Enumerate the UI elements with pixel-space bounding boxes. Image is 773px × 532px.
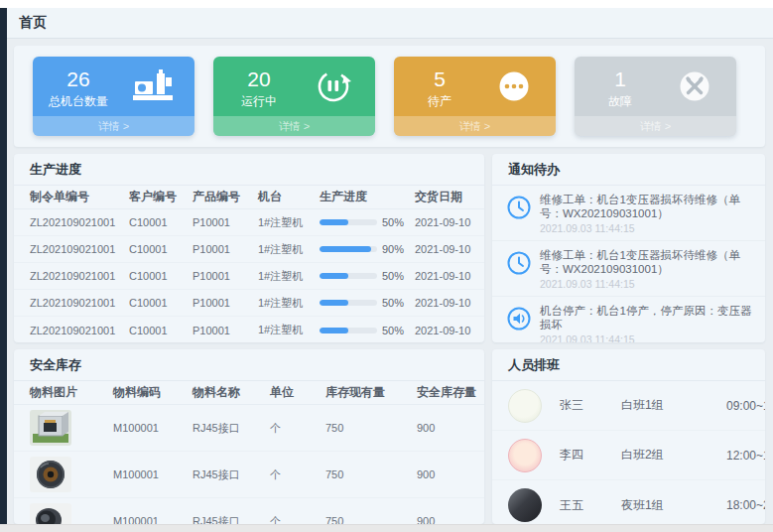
round-connector-photo (30, 457, 71, 492)
delivery-date: 2021-09-10 (415, 325, 476, 336)
detail-link[interactable]: 详情 > (213, 116, 375, 136)
tools-icon (666, 67, 722, 105)
progress-percent: 50% (382, 325, 404, 336)
stat-card-running[interactable]: 20 运行中 详情 > (213, 57, 375, 136)
staff-shift: 白班2组 (621, 447, 712, 464)
list-item[interactable]: 张三 白班1组 09:00~12:00 (492, 381, 765, 431)
col-header: 交货日期 (415, 189, 476, 205)
progress-percent: 50% (382, 297, 404, 309)
delivery-date: 2021-09-10 (415, 270, 476, 282)
list-item[interactable]: 王五 夜班1组 18:00~24:00 (492, 480, 765, 524)
progress-percent: 50% (382, 216, 404, 228)
rj45-connector-photo (30, 410, 71, 446)
list-item[interactable]: 机台停产：机台1停产，停产原因：变压器损坏 2021.09.03 11:44:1… (492, 297, 765, 342)
notice-text: 维修工单：机台1变压器损坏待维修（单号：WX202109031001） (540, 193, 753, 220)
table-row[interactable]: ZL202109021001 C10001 P10001 1#注塑机 50% 2… (14, 290, 484, 317)
detail-link[interactable]: 详情 > (394, 116, 556, 136)
notice-time: 2021.09.03 11:44:15 (540, 333, 753, 342)
delivery-date: 2021-09-10 (415, 297, 476, 309)
machine-name: 1#注塑机 (258, 242, 320, 257)
table-row[interactable]: M100001 RJ45接口 个 750 900 (14, 452, 484, 498)
stat-card-fault[interactable]: 1 故障 详情 > (575, 57, 736, 136)
col-header: 机台 (258, 189, 320, 205)
machine-name: 1#注塑机 (258, 323, 320, 337)
stat-value: 20 (213, 67, 305, 91)
table-row[interactable]: M100001 RJ45接口 个 750 900 (14, 498, 484, 524)
speaker-photo (30, 503, 71, 524)
ellipsis-icon (485, 67, 542, 105)
table-row[interactable]: ZL202109021001 C10001 P10001 1#注塑机 50% 2… (14, 263, 484, 290)
staff-shift: 夜班1组 (621, 497, 712, 514)
stat-label: 总机台数量 (33, 93, 124, 110)
speaker-icon (506, 306, 532, 332)
list-item[interactable]: 维修工单：机台1变压器损坏待维修（单号：WX202109031001） 2021… (492, 241, 765, 297)
detail-link[interactable]: 详情 > (575, 116, 736, 136)
production-panel: 生产进度 制令单编号 客户编号 产品编号 机台 生产进度 交货日期 ZL2021… (14, 154, 484, 342)
avatar (508, 389, 542, 423)
table-row[interactable]: ZL202109021001 C10001 P10001 1#注塑机 90% 2… (14, 236, 484, 263)
order-no: ZL202109021001 (30, 243, 129, 255)
progress-bar (320, 246, 377, 252)
notice-time: 2021.09.03 11:44:15 (540, 278, 753, 290)
running-icon (305, 67, 361, 105)
col-header: 物料图片 (30, 384, 113, 401)
top-strip (0, 0, 773, 8)
safe-stock-qty: 900 (417, 468, 476, 480)
table-row[interactable]: ZL202109021001 C10001 P10001 1#注塑机 50% 2… (14, 209, 484, 236)
machine-name: 1#注塑机 (258, 296, 320, 311)
customer-no: C10001 (129, 325, 193, 336)
material-unit: 个 (270, 514, 325, 525)
list-item[interactable]: 维修工单：机台1变压器损坏待维修（单号：WX202109031001） 2021… (492, 186, 765, 241)
product-no: P10001 (193, 216, 258, 228)
material-name: RJ45接口 (193, 421, 270, 436)
machine-name: 1#注塑机 (258, 215, 320, 230)
staff-time: 18:00~24:00 (712, 498, 765, 512)
customer-no: C10001 (129, 243, 193, 255)
stats-panel: 26 总机台数量 详情 > (14, 46, 765, 147)
stat-card-total-machines[interactable]: 26 总机台数量 详情 > (33, 57, 194, 136)
stat-value: 1 (575, 67, 666, 91)
stat-value: 5 (394, 67, 485, 91)
notice-text: 机台停产：机台1停产，停产原因：变压器损坏 (540, 304, 753, 332)
staff-time: 09:00~12:00 (712, 399, 765, 413)
product-no: P10001 (193, 297, 258, 309)
stock-qty: 750 (325, 422, 417, 434)
staff-time: 12:00~16:00 (712, 449, 765, 463)
order-no: ZL202109021001 (30, 216, 129, 228)
product-no: P10001 (193, 243, 258, 255)
customer-no: C10001 (129, 216, 193, 228)
machine-name: 1#注塑机 (258, 269, 320, 284)
main-area: 首页 26 总机台数量 (7, 8, 773, 524)
safe-stock-qty: 900 (417, 422, 476, 434)
stat-label: 故障 (575, 93, 666, 110)
staff-name: 张三 (560, 397, 621, 414)
list-item[interactable]: 李四 白班2组 12:00~16:00 (492, 431, 765, 480)
material-unit: 个 (270, 421, 325, 436)
stat-card-waiting[interactable]: 5 待产 详情 > (394, 57, 556, 136)
col-header: 物料编码 (113, 384, 193, 401)
stat-value: 26 (33, 67, 124, 91)
order-no: ZL202109021001 (30, 270, 129, 282)
stock-title: 安全库存 (14, 349, 484, 381)
table-row[interactable]: ZL202109021001 C10001 P10001 1#注塑机 50% 2… (14, 317, 484, 342)
staff-title: 人员排班 (492, 349, 765, 381)
production-title: 生产进度 (14, 154, 484, 186)
material-unit: 个 (270, 467, 325, 482)
notice-time: 2021.09.03 11:44:15 (540, 222, 753, 234)
col-header: 制令单编号 (30, 189, 129, 205)
tab-home[interactable]: 首页 (19, 14, 47, 32)
notice-text: 维修工单：机台1变压器损坏待维修（单号：WX202109031001） (540, 248, 753, 276)
order-no: ZL202109021001 (30, 325, 129, 336)
progress-percent: 90% (382, 243, 404, 255)
table-row[interactable]: M100001 RJ45接口 个 750 900 (14, 405, 484, 452)
product-no: P10001 (193, 325, 258, 336)
detail-link[interactable]: 详情 > (33, 116, 194, 136)
bottom-scrollbar-track[interactable] (0, 524, 773, 532)
progress-percent: 50% (382, 270, 404, 282)
staff-name: 李四 (560, 447, 621, 464)
customer-no: C10001 (129, 270, 193, 282)
col-header: 库存现有量 (325, 384, 417, 401)
page-header: 首页 (7, 8, 773, 39)
avatar (508, 439, 542, 472)
progress-bar (320, 219, 377, 225)
